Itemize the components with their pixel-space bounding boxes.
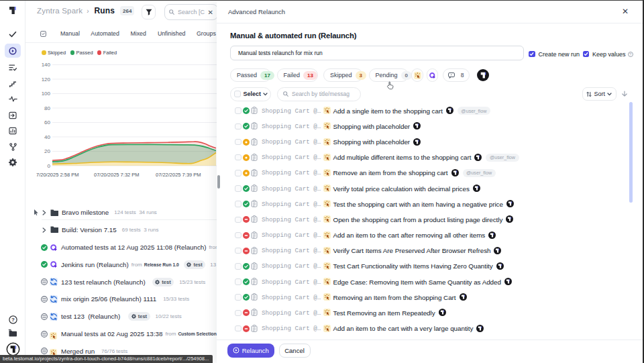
svg-text:40: 40 [44,134,50,140]
svg-text:?: ? [11,317,15,323]
svg-text:07/20/2025 7:32 PM: 07/20/2025 7:32 PM [94,172,140,178]
svg-text:80: 80 [44,105,50,111]
svg-text:0: 0 [48,163,51,169]
svg-text:07/22/2025 7:39 PM: 07/22/2025 7:39 PM [156,172,201,178]
svg-text:60: 60 [44,119,50,125]
svg-text:20: 20 [44,148,50,154]
svg-text:100: 100 [42,91,51,97]
svg-text:120: 120 [42,76,51,83]
svg-text:140: 140 [42,62,51,68]
svg-text:7/20/2025 2:58 PM: 7/20/2025 2:58 PM [36,172,78,178]
